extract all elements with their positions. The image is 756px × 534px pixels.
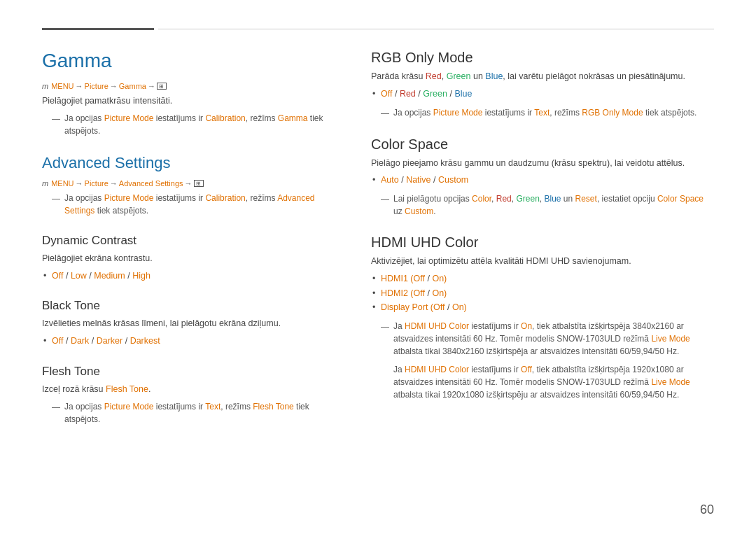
page-number: 60: [700, 503, 714, 517]
flesh-tone-note: — Ja opcijas Picture Mode iestatījums ir…: [42, 400, 343, 426]
rgb-only-mode-title: RGB Only Mode: [371, 50, 714, 66]
advanced-settings-menu-path: m MENU → Picture → Advanced Settings → ⊞: [42, 179, 343, 188]
color-space-title: Color Space: [371, 136, 714, 153]
rgb-only-mode-section: RGB Only Mode Parāda krāsu Red, Green un…: [371, 50, 714, 120]
gamma-menu-icon: ⊞: [157, 83, 167, 90]
color-space-note: — Lai pielāgotu opcijas Color, Red, Gree…: [371, 192, 714, 218]
rgb-only-mode-description: Parāda krāsu Red, Green un Blue, lai var…: [371, 70, 714, 83]
dynamic-contrast-title: Dynamic Contrast: [42, 234, 343, 248]
left-column: Gamma m MENU → Picture → Gamma → ⊞ Pielā…: [42, 50, 343, 442]
flesh-tone-section: Flesh Tone Izceļ rozā krāsu Flesh Tone. …: [42, 365, 343, 426]
advanced-settings-title: Advanced Settings: [42, 154, 343, 172]
gamma-title: Gamma: [42, 50, 343, 72]
hdmi-note1: — Ja HDMI UHD Color iestatījums ir On, t…: [371, 320, 714, 358]
black-tone-option: Off / Dark / Darker / Darkest: [42, 335, 343, 348]
advanced-settings-section: Advanced Settings m MENU → Picture → Adv…: [42, 154, 343, 217]
gamma-section: Gamma m MENU → Picture → Gamma → ⊞ Pielā…: [42, 50, 343, 137]
flesh-tone-description: Izceļ rozā krāsu Flesh Tone.: [42, 383, 343, 396]
hdmi-note2: — Ja HDMI UHD Color iestatījums ir Off, …: [371, 363, 714, 401]
hdmi2-option: HDMI2 (Off / On): [371, 287, 714, 300]
hdmi-uhd-color-options: HDMI1 (Off / On) HDMI2 (Off / On) Displa…: [371, 272, 714, 314]
gamma-menu-path: m MENU → Picture → Gamma → ⊞: [42, 82, 343, 90]
color-space-section: Color Space Pielāgo pieejamo krāsu gammu…: [371, 136, 714, 218]
gamma-description: Pielāgojiet pamatkrāsu intensitāti.: [42, 94, 343, 108]
flesh-tone-title: Flesh Tone: [42, 365, 343, 379]
black-tone-description: Izvēlieties melnās krāsas līmeni, lai pi…: [42, 317, 343, 330]
hdmi-uhd-color-description: Aktivizējiet, lai optimizētu attēla kval…: [371, 255, 714, 268]
rgb-only-mode-note: — Ja opcijas Picture Mode iestatījums ir…: [371, 106, 714, 120]
dynamic-contrast-section: Dynamic Contrast Pielāgojiet ekrāna kont…: [42, 234, 343, 283]
advanced-settings-menu-icon: ⊞: [194, 180, 204, 187]
color-space-description: Pielāgo pieejamo krāsu gammu un daudzumu…: [371, 157, 714, 170]
top-bar-line: [158, 29, 714, 29]
gamma-note: — Ja opcijas Picture Mode iestatījums ir…: [42, 112, 343, 137]
black-tone-section: Black Tone Izvēlieties melnās krāsas līm…: [42, 299, 343, 348]
dynamic-contrast-option: Off / Low / Medium / High: [42, 269, 343, 283]
dynamic-contrast-description: Pielāgojiet ekrāna kontrastu.: [42, 252, 343, 265]
hdmi-uhd-color-title: HDMI UHD Color: [371, 234, 714, 251]
top-bar: [42, 28, 714, 30]
top-bar-accent: [42, 28, 154, 30]
hdmi-uhd-color-section: HDMI UHD Color Aktivizējiet, lai optimiz…: [371, 234, 714, 401]
main-content: Gamma m MENU → Picture → Gamma → ⊞ Pielā…: [42, 50, 714, 442]
right-column: RGB Only Mode Parāda krāsu Red, Green un…: [371, 50, 714, 442]
color-space-option: Auto / Native / Custom: [371, 174, 714, 187]
black-tone-title: Black Tone: [42, 299, 343, 313]
hdmi1-option: HDMI1 (Off / On): [371, 272, 714, 286]
rgb-only-mode-options: Off / Red / Green / Blue: [371, 87, 714, 101]
dynamic-contrast-options: Off / Low / Medium / High: [42, 269, 343, 283]
advanced-settings-note: — Ja opcijas Picture Mode iestatījums ir…: [42, 192, 343, 217]
display-port-option: Display Port (Off / On): [371, 301, 714, 314]
rgb-only-mode-option: Off / Red / Green / Blue: [371, 87, 714, 101]
color-space-options: Auto / Native / Custom: [371, 174, 714, 187]
black-tone-options: Off / Dark / Darker / Darkest: [42, 335, 343, 348]
